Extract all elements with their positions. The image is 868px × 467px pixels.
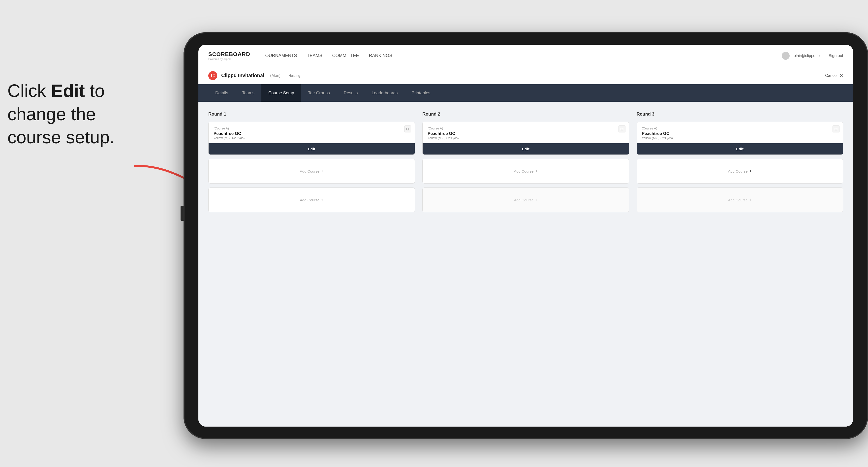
round-2-course-details: Yellow (M) (6629 yds) <box>428 136 624 140</box>
instruction-prefix: Click <box>7 81 51 101</box>
round-2-column: Round 2 (Course A) Peachtree GC Yellow (… <box>422 112 629 216</box>
user-email: blair@clippd.io <box>794 54 819 58</box>
round-2-course-name: Peachtree GC <box>428 131 624 136</box>
round-1-add-course-plus-1: + <box>321 169 323 174</box>
logo-title: SCOREBOARD <box>208 51 250 58</box>
tab-course-setup[interactable]: Course Setup <box>261 84 301 102</box>
round-3-course-label: (Course A) <box>642 126 838 130</box>
sub-header: C Clippd Invitational (Men) Hosting Canc… <box>198 67 853 84</box>
nav-separator: | <box>824 54 825 58</box>
round-3-course-details: Yellow (M) (6629 yds) <box>642 136 838 140</box>
nav-links: TOURNAMENTS TEAMS COMMITTEE RANKINGS <box>262 53 782 58</box>
round-3-delete-button[interactable]: ⊟ <box>833 125 839 132</box>
tablet-screen: SCOREBOARD Powered by clippd TOURNAMENTS… <box>198 44 853 427</box>
round-2-add-course-label-2: Add Course <box>514 198 533 202</box>
round-3-add-course-label-2: Add Course <box>728 198 747 202</box>
instruction-text: Click Edit tochange thecourse setup. <box>7 80 115 149</box>
instruction-bold: Edit <box>51 81 85 101</box>
nav-committee[interactable]: COMMITTEE <box>332 53 359 58</box>
round-2-course-card: (Course A) Peachtree GC Yellow (M) (6629… <box>422 122 629 155</box>
round-3-course-name: Peachtree GC <box>642 131 838 136</box>
main-content: Round 1 (Course A) Peachtree GC Yellow (… <box>198 102 853 427</box>
hosting-badge: Hosting <box>288 74 300 77</box>
round-3-add-course-2: Add Course + <box>637 187 843 212</box>
round-1-add-course-label-2: Add Course <box>300 198 319 202</box>
round-2-add-course-plus-1: + <box>535 169 538 174</box>
round-1-delete-button[interactable]: ⊟ <box>404 125 411 132</box>
tablet-frame: SCOREBOARD Powered by clippd TOURNAMENTS… <box>184 32 868 439</box>
round-3-course-card: (Course A) Peachtree GC Yellow (M) (6629… <box>637 122 843 155</box>
round-3-add-course-1[interactable]: Add Course + <box>637 159 843 184</box>
round-3-add-course-label-1: Add Course <box>728 169 747 174</box>
tablet-side-button <box>181 206 184 221</box>
logo-subtitle: Powered by clippd <box>208 58 250 61</box>
round-1-edit-button[interactable]: Edit <box>209 143 415 155</box>
round-1-course-name: Peachtree GC <box>214 131 410 136</box>
nav-rankings[interactable]: RANKINGS <box>369 53 392 58</box>
round-3-edit-button[interactable]: Edit <box>637 143 843 155</box>
round-1-add-course-2[interactable]: Add Course + <box>208 187 415 212</box>
cancel-x-icon[interactable]: ✕ <box>839 73 843 79</box>
rounds-grid: Round 1 (Course A) Peachtree GC Yellow (… <box>208 112 843 216</box>
cancel-button[interactable]: Cancel <box>825 73 837 78</box>
round-2-title: Round 2 <box>422 112 629 117</box>
round-2-course-label: (Course A) <box>428 126 624 130</box>
round-1-course-details: Yellow (M) (6629 yds) <box>214 136 410 140</box>
round-2-add-course-plus-2: + <box>535 197 538 203</box>
round-1-course-card: (Course A) Peachtree GC Yellow (M) (6629… <box>208 122 415 155</box>
clippd-logo: C <box>208 71 217 80</box>
round-1-course-header: (Course A) Peachtree GC Yellow (M) (6629… <box>209 122 415 143</box>
tab-leaderboards[interactable]: Leaderboards <box>365 84 405 102</box>
tournament-name: Clippd Invitational <box>221 73 264 79</box>
tab-teams[interactable]: Teams <box>235 84 261 102</box>
tournament-gender: (Men) <box>270 73 280 78</box>
round-2-add-course-2: Add Course + <box>422 187 629 212</box>
sub-header-left: C Clippd Invitational (Men) Hosting <box>208 71 825 80</box>
round-3-add-course-plus-2: + <box>749 197 752 203</box>
tab-results[interactable]: Results <box>337 84 365 102</box>
round-3-course-header: (Course A) Peachtree GC Yellow (M) (6629… <box>637 122 843 143</box>
user-avatar <box>782 52 789 60</box>
round-3-title: Round 3 <box>637 112 843 117</box>
round-3-column: Round 3 (Course A) Peachtree GC Yellow (… <box>637 112 843 216</box>
app-wrapper: SCOREBOARD Powered by clippd TOURNAMENTS… <box>198 44 853 427</box>
round-1-add-course-plus-2: + <box>321 197 323 203</box>
round-2-add-course-label-1: Add Course <box>514 169 533 174</box>
nav-tournaments[interactable]: TOURNAMENTS <box>262 53 297 58</box>
round-2-delete-button[interactable]: ⊟ <box>619 125 625 132</box>
tab-bar: Details Teams Course Setup Tee Groups Re… <box>198 84 853 102</box>
tab-details[interactable]: Details <box>208 84 235 102</box>
round-2-course-header: (Course A) Peachtree GC Yellow (M) (6629… <box>423 122 629 143</box>
nav-teams[interactable]: TEAMS <box>307 53 322 58</box>
round-2-edit-button[interactable]: Edit <box>423 143 629 155</box>
round-1-add-course-label-1: Add Course <box>300 169 319 174</box>
round-1-title: Round 1 <box>208 112 415 117</box>
sign-out-link[interactable]: Sign out <box>829 54 843 58</box>
tab-printables[interactable]: Printables <box>405 84 437 102</box>
nav-right: blair@clippd.io | Sign out <box>782 52 843 60</box>
round-1-column: Round 1 (Course A) Peachtree GC Yellow (… <box>208 112 415 216</box>
round-2-add-course-1[interactable]: Add Course + <box>422 159 629 184</box>
scoreboard-logo: SCOREBOARD Powered by clippd <box>208 51 250 61</box>
round-3-add-course-plus-1: + <box>749 169 752 174</box>
tab-tee-groups[interactable]: Tee Groups <box>301 84 337 102</box>
round-1-add-course-1[interactable]: Add Course + <box>208 159 415 184</box>
round-1-course-label: (Course A) <box>214 126 410 130</box>
top-nav: SCOREBOARD Powered by clippd TOURNAMENTS… <box>198 44 853 67</box>
